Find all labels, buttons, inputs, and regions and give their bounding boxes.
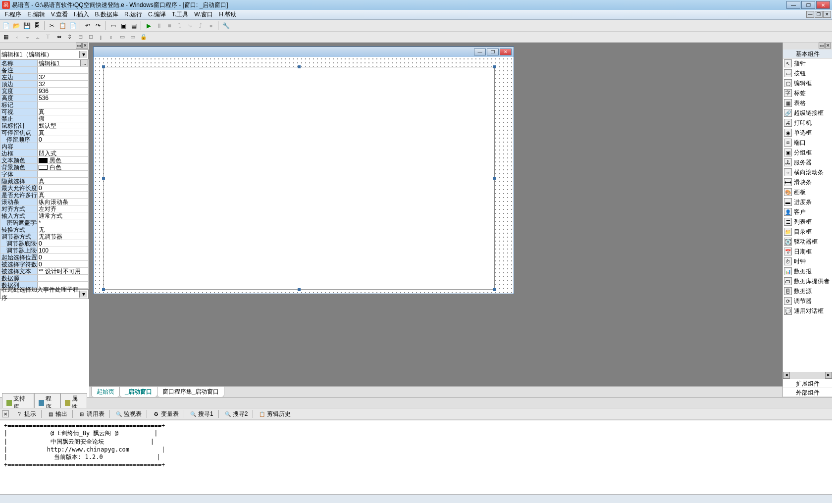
menu-tools[interactable]: T.工具 <box>169 9 191 20</box>
property-value[interactable]: 0 <box>38 185 88 191</box>
component-item[interactable]: 字标签 <box>783 88 832 98</box>
stop-icon[interactable]: ■ <box>164 21 174 31</box>
help-icon[interactable]: 🔧 <box>221 21 231 31</box>
component-item[interactable]: ⟷滑块条 <box>783 177 832 187</box>
property-value[interactable]: 凹入式 <box>38 150 88 156</box>
form-close-button[interactable]: ✕ <box>500 49 512 55</box>
property-row[interactable]: 禁止假 <box>0 115 88 122</box>
maximize-button[interactable]: ❐ <box>801 1 815 9</box>
resize-handle[interactable] <box>493 288 496 291</box>
spacing-icon[interactable]: ⫿ <box>96 33 106 42</box>
scroll-right-icon[interactable]: ► <box>825 372 832 379</box>
lock-icon[interactable]: 🔒 <box>139 33 149 42</box>
property-value[interactable]: 白色 <box>38 164 88 170</box>
property-row[interactable]: 可停留焦点真 <box>0 129 88 136</box>
palette-header[interactable]: 基本组件 <box>783 50 832 58</box>
property-row[interactable]: 停留顺序0 <box>0 136 88 143</box>
property-row[interactable]: 背景颜色白色 <box>0 164 88 171</box>
resize-handle[interactable] <box>298 65 301 68</box>
property-row[interactable]: 对齐方式左对齐 <box>0 205 88 212</box>
component-item[interactable]: ⧈端口 <box>783 138 832 148</box>
stepover-icon[interactable]: ⤵ <box>175 21 185 31</box>
align-left-icon[interactable]: ⫞ <box>12 33 22 42</box>
spacing2-icon[interactable]: ⫾ <box>106 33 116 42</box>
scroll-left-icon[interactable]: ◄ <box>783 372 790 379</box>
property-value[interactable]: 0 <box>38 254 88 260</box>
component-item[interactable]: 💽驱动器框 <box>783 237 832 247</box>
tab-cliphistory[interactable]: 📋剪辑历史 <box>256 409 294 419</box>
panel-pin-icon[interactable]: ▭ <box>76 43 82 49</box>
component-item[interactable]: ◉单选框 <box>783 128 832 138</box>
property-value[interactable]: 黑色 <box>38 157 88 163</box>
property-value[interactable]: 32 <box>38 74 88 80</box>
property-value[interactable]: 真 <box>38 108 88 115</box>
bring-front-icon[interactable]: ▭ <box>117 33 127 42</box>
property-row[interactable]: 密码遮盖字符* <box>0 219 88 226</box>
component-item[interactable]: 📅日期框 <box>783 247 832 256</box>
paste-icon[interactable]: 📄 <box>68 21 78 31</box>
mdi-close[interactable]: ✕ <box>823 11 831 18</box>
property-value[interactable]: 左对齐 <box>38 205 88 212</box>
menu-compile[interactable]: C.编译 <box>145 9 169 20</box>
tab-external-components[interactable]: 外部组件 <box>783 388 832 397</box>
property-value[interactable]: 936 <box>38 88 88 94</box>
component-item[interactable]: ⏱时钟 <box>783 256 832 266</box>
tab-vars[interactable]: ✪变量表 <box>150 409 182 419</box>
component-item[interactable]: ☰列表框 <box>783 217 832 227</box>
menu-window[interactable]: W.窗口 <box>191 9 216 20</box>
saveall-icon[interactable]: 🗄 <box>32 21 42 31</box>
property-value[interactable]: 32 <box>38 81 88 87</box>
property-row[interactable]: 内容 <box>0 143 88 150</box>
property-value[interactable]: 通常方式 <box>38 212 88 219</box>
editbox-control[interactable] <box>104 67 495 290</box>
component-item[interactable]: ▦表格 <box>783 98 832 108</box>
property-row[interactable]: 数据源 <box>0 275 88 282</box>
property-row[interactable]: 可视真 <box>0 108 88 115</box>
property-value[interactable]: ** 设计时不可用 <box>38 268 88 274</box>
menu-help[interactable]: H.帮助 <box>216 9 240 20</box>
property-row[interactable]: 滚动条纵向滚动条 <box>0 199 88 205</box>
window-icon[interactable]: ▭ <box>108 21 118 31</box>
property-row[interactable]: 是否允许多行真 <box>0 192 88 199</box>
same-width-icon[interactable]: ⇔ <box>54 33 64 42</box>
pause-icon[interactable]: ⏸ <box>154 21 164 31</box>
property-value[interactable] <box>38 143 88 150</box>
dropdown-arrow-icon[interactable]: ▾ <box>79 51 87 58</box>
menu-program[interactable]: F.程序 <box>2 9 24 20</box>
stepinto-icon[interactable]: ⤷ <box>185 21 195 31</box>
scroll-track[interactable] <box>790 372 825 379</box>
tab-window-procset[interactable]: 窗口程序集_启动窗口 <box>157 386 225 398</box>
resize-handle[interactable] <box>298 288 301 291</box>
output-close-icon[interactable]: ✕ <box>2 410 9 417</box>
menu-edit[interactable]: E.编辑 <box>24 9 48 20</box>
event-selector[interactable]: 在此处选择加入事件处理子程序 ▾ <box>0 289 89 299</box>
menu-view[interactable]: V.查看 <box>48 9 71 20</box>
object-selector[interactable]: 编辑框1（编辑框） ▾ <box>0 50 89 59</box>
property-value[interactable]: 真 <box>38 192 88 198</box>
property-value[interactable]: * <box>38 219 88 226</box>
design-form[interactable]: — ❐ ✕ <box>93 47 514 294</box>
form-designer-canvas[interactable]: — ❐ ✕ <box>89 43 782 386</box>
property-value[interactable]: 536 <box>38 95 88 101</box>
property-value[interactable]: 真 <box>38 129 88 136</box>
component-item[interactable]: 🗄数据源 <box>783 286 832 296</box>
property-row[interactable]: 隐藏选择真 <box>0 178 88 185</box>
property-value[interactable]: 0 <box>38 261 88 267</box>
component-item[interactable]: 🔗超级链接框 <box>783 108 832 118</box>
property-row[interactable]: 输入方式通常方式 <box>0 212 88 219</box>
property-row[interactable]: 宽度936 <box>0 88 88 95</box>
property-value[interactable] <box>38 275 88 281</box>
component-item[interactable]: 🗃数据库提供者 <box>783 276 832 286</box>
copy-icon[interactable]: 📋 <box>57 21 67 31</box>
component-item[interactable]: 🖨打印机 <box>783 118 832 128</box>
palette-hscroll[interactable]: ◄ ► <box>783 372 832 379</box>
align-top-icon[interactable]: ⊤ <box>43 33 53 42</box>
grid-icon[interactable]: ▦ <box>1 33 11 42</box>
more-button[interactable]: ... <box>80 60 88 66</box>
property-value[interactable]: 100 <box>38 247 88 253</box>
form-maximize-button[interactable]: ❐ <box>487 49 499 55</box>
component-item[interactable]: 👤客户 <box>783 207 832 217</box>
tab-search2[interactable]: 🔍搜寻2 <box>221 409 251 419</box>
component-item[interactable]: ▢编辑框 <box>783 78 832 88</box>
tab-output[interactable]: ▤输出 <box>44 409 70 419</box>
